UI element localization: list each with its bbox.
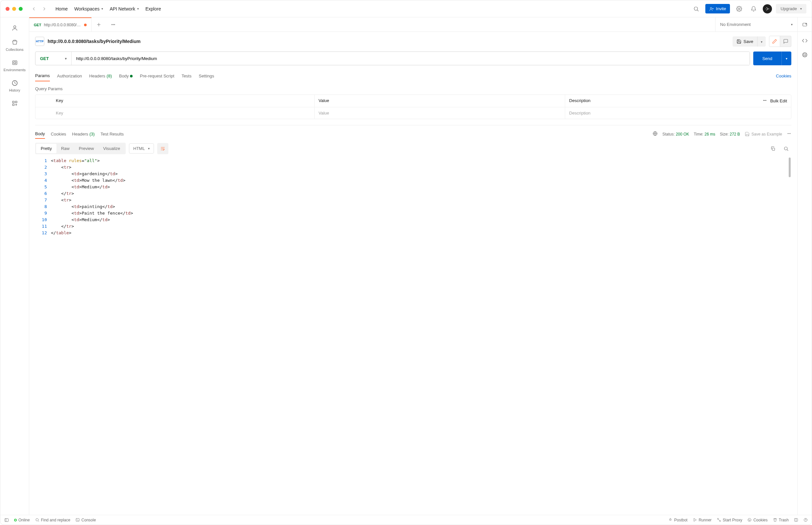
svg-point-14: [806, 23, 806, 24]
sidebar-item-history[interactable]: History: [0, 76, 29, 95]
cookies-footer[interactable]: Cookies: [747, 518, 767, 522]
tab-authorization[interactable]: Authorization: [57, 71, 82, 81]
svg-point-23: [784, 147, 787, 150]
save-as-example[interactable]: Save as Example: [745, 132, 782, 136]
tab-params[interactable]: Params: [35, 71, 50, 81]
svg-rect-8: [15, 101, 17, 103]
svg-point-32: [748, 519, 751, 522]
info-icon[interactable]: [802, 52, 808, 59]
url-input[interactable]: [72, 52, 750, 65]
tab-body[interactable]: Body: [119, 71, 133, 81]
start-proxy[interactable]: Start Proxy: [717, 518, 742, 522]
notifications-icon[interactable]: [748, 4, 759, 14]
status-meta: Status: 200 OK: [662, 132, 689, 136]
svg-point-17: [765, 100, 766, 101]
postbot[interactable]: Postbot: [668, 518, 688, 522]
svg-point-33: [749, 520, 749, 520]
save-dropdown[interactable]: ▾: [757, 36, 766, 47]
minimize-window[interactable]: [12, 7, 16, 11]
svg-rect-22: [772, 148, 774, 150]
settings-icon[interactable]: [734, 4, 744, 14]
tab-title: http://0.0.0.0:8080/tas: [44, 22, 82, 27]
chevron-down-icon: ▾: [101, 7, 103, 11]
window-controls: [5, 7, 23, 11]
close-window[interactable]: [5, 7, 10, 11]
response-tab-cookies[interactable]: Cookies: [51, 130, 66, 138]
wrap-lines-icon[interactable]: [157, 143, 168, 154]
status-online[interactable]: Online: [14, 518, 30, 522]
tab-headers[interactable]: Headers (8): [89, 71, 112, 81]
tab-prerequest[interactable]: Pre-request Script: [140, 71, 174, 81]
param-desc-input[interactable]: [569, 110, 751, 116]
param-key-input[interactable]: [56, 110, 310, 116]
save-button[interactable]: Save: [733, 36, 757, 47]
runner[interactable]: Runner: [693, 518, 712, 522]
comment-icon[interactable]: [780, 36, 791, 47]
view-preview[interactable]: Preview: [74, 144, 99, 153]
col-key: Key: [52, 95, 315, 107]
view-raw[interactable]: Raw: [57, 144, 74, 153]
nav-api-network[interactable]: API Network▾: [109, 6, 139, 12]
send-button[interactable]: Send: [753, 51, 781, 65]
response-body[interactable]: 123456789101112 <table rules="all"> <tr>…: [35, 158, 791, 515]
svg-point-2: [738, 8, 740, 10]
search-response-icon[interactable]: [781, 144, 791, 154]
response-tab-headers[interactable]: Headers (3): [72, 130, 95, 138]
code-content: <table rules="all"> <tr> <td>gardening</…: [51, 158, 791, 515]
avatar[interactable]: [763, 4, 772, 13]
search-icon[interactable]: [691, 4, 702, 14]
view-pretty[interactable]: Pretty: [36, 144, 57, 153]
svg-rect-5: [13, 62, 16, 64]
new-tab-button[interactable]: [92, 17, 106, 31]
sidebar-item-profile[interactable]: [0, 21, 29, 34]
environment-quicklook[interactable]: [797, 17, 812, 31]
svg-rect-9: [13, 104, 14, 106]
sidebar-item-environments[interactable]: Environments: [0, 56, 29, 75]
find-replace[interactable]: Find and replace: [35, 518, 70, 522]
bulk-edit-link[interactable]: Bulk Edit: [770, 99, 787, 103]
forward-button[interactable]: [40, 4, 49, 13]
console-toggle[interactable]: Console: [75, 518, 96, 522]
format-select[interactable]: HTML▾: [129, 144, 154, 153]
svg-point-16: [764, 100, 765, 101]
more-icon[interactable]: [787, 131, 791, 137]
nav-home[interactable]: Home: [56, 6, 68, 12]
tab-tests[interactable]: Tests: [181, 71, 191, 81]
two-pane-icon[interactable]: [794, 518, 798, 522]
response-tab-tests[interactable]: Test Results: [100, 130, 124, 138]
param-value-input[interactable]: [319, 110, 561, 116]
back-button[interactable]: [29, 4, 39, 13]
invite-button[interactable]: Invite: [705, 4, 730, 13]
query-params-label: Query Params: [35, 86, 791, 91]
send-button-group: Send ▾: [753, 51, 791, 65]
sidebar-item-collections[interactable]: Collections: [0, 36, 29, 55]
cookies-link[interactable]: Cookies: [776, 74, 791, 78]
chevron-down-icon: ▾: [800, 7, 802, 11]
nav-workspaces[interactable]: Workspaces▾: [74, 6, 103, 12]
environment-select[interactable]: No Environment▾: [715, 17, 797, 31]
zoom-window[interactable]: [19, 7, 23, 11]
request-tab[interactable]: GET http://0.0.0.0:8080/tas: [29, 17, 92, 31]
send-dropdown[interactable]: ▾: [781, 51, 791, 65]
line-gutter: 123456789101112: [35, 158, 51, 515]
trash[interactable]: Trash: [773, 518, 789, 522]
sidebar-item-configure[interactable]: [0, 97, 29, 110]
more-icon[interactable]: [763, 98, 767, 104]
help-icon[interactable]: [803, 518, 808, 522]
code-snippet-icon[interactable]: [802, 38, 808, 45]
copy-icon[interactable]: [768, 144, 778, 154]
tab-settings[interactable]: Settings: [198, 71, 214, 81]
svg-point-10: [112, 24, 112, 25]
edit-icon[interactable]: [769, 36, 780, 47]
method-select[interactable]: GET▾: [35, 52, 72, 65]
response-tab-body[interactable]: Body: [35, 129, 45, 139]
chevron-down-icon: ▾: [791, 22, 793, 26]
upgrade-button[interactable]: Upgrade▾: [776, 4, 807, 13]
request-name[interactable]: http://0.0.0.0:8080/tasks/byPriority/Med…: [48, 39, 141, 44]
nav-explore[interactable]: Explore: [145, 6, 161, 12]
globe-icon[interactable]: [652, 131, 658, 137]
scrollbar[interactable]: [789, 158, 791, 177]
tab-options[interactable]: [106, 17, 120, 31]
view-visualize[interactable]: Visualize: [99, 144, 125, 153]
panel-toggle-icon[interactable]: [4, 518, 9, 522]
